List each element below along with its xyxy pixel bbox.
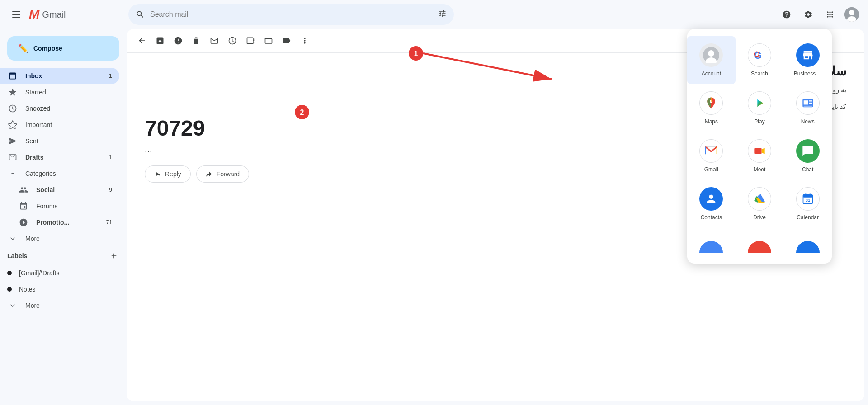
sidebar-item-important[interactable]: Important [0, 117, 119, 133]
promotions-label: Promotio... [36, 219, 106, 226]
app-partial-3[interactable] [783, 234, 832, 260]
account-label: Account [702, 71, 721, 77]
move-button[interactable] [260, 33, 277, 49]
starred-label: Starred [25, 89, 112, 96]
labels-title: Labels [7, 252, 27, 259]
more-icon [7, 234, 18, 243]
apps-grid-button[interactable] [821, 5, 839, 24]
delete-button[interactable] [188, 33, 204, 49]
forward-button[interactable]: Forward [196, 165, 249, 183]
gmail-m-icon: M [29, 7, 39, 22]
important-label: Important [25, 121, 112, 128]
inbox-count: 1 [109, 73, 112, 79]
svg-point-4 [708, 50, 714, 57]
app-partial-1[interactable] [687, 234, 736, 260]
gmail-icon [699, 139, 723, 163]
sidebar-item-social[interactable]: Social 9 [0, 182, 119, 198]
drafts-label: Drafts [25, 154, 109, 161]
promotions-count: 71 [106, 219, 112, 226]
snoozed-label: Snoozed [25, 105, 112, 112]
avatar-button[interactable] [843, 5, 861, 24]
drive-icon [748, 187, 771, 211]
search-app-icon: G [748, 43, 771, 67]
hamburger-menu[interactable] [7, 5, 25, 24]
meet-label: Meet [754, 166, 766, 173]
sidebar: ✏️ Compose Inbox 1 Starred Snoozed [0, 29, 127, 405]
app-item-drive[interactable]: Drive [736, 180, 784, 228]
app-item-account[interactable]: Account [687, 36, 736, 84]
sidebar-item-forums[interactable]: Forums [0, 198, 119, 214]
search-input[interactable] [150, 10, 432, 19]
starred-icon [7, 88, 18, 97]
svg-text:31: 31 [805, 198, 810, 202]
archive-button[interactable] [152, 33, 168, 49]
calendar-label: Calendar [797, 214, 819, 221]
help-button[interactable] [778, 5, 796, 24]
reply-label: Reply [165, 170, 181, 178]
app-item-search[interactable]: G Search [736, 36, 784, 84]
more-options-button[interactable] [297, 33, 313, 49]
app-partial-2[interactable] [736, 234, 784, 260]
chat-label: Chat [802, 166, 813, 173]
svg-rect-16 [803, 196, 812, 197]
svg-rect-9 [803, 100, 807, 104]
sent-icon [7, 137, 18, 146]
back-button[interactable] [134, 33, 150, 49]
app-item-contacts[interactable]: Contacts [687, 180, 736, 228]
compose-icon: ✏️ [18, 43, 28, 53]
svg-point-1 [849, 10, 854, 15]
label-item-notes[interactable]: Notes [0, 281, 119, 297]
label-dot-gmail-drafts [7, 271, 12, 275]
search-filter-icon[interactable] [438, 9, 447, 20]
gmail-logo[interactable]: M Gmail [29, 7, 66, 22]
sidebar-item-categories-toggle[interactable]: Categories [0, 165, 119, 182]
add-label-button[interactable] [108, 250, 119, 261]
news-icon [796, 91, 820, 115]
app-item-maps[interactable]: Maps [687, 84, 736, 132]
business-label: Business ... [794, 71, 822, 77]
sidebar-item-promotions[interactable]: Promotio... 71 [0, 214, 119, 231]
play-label: Play [754, 118, 764, 125]
sidebar-item-more[interactable]: More [0, 231, 119, 247]
report-button[interactable] [170, 33, 186, 49]
app-item-gmail[interactable]: Gmail [687, 132, 736, 180]
news-label: News [801, 118, 815, 125]
reply-button[interactable]: Reply [145, 165, 191, 183]
app-item-calendar[interactable]: 31 Calendar [783, 180, 832, 228]
sidebar-item-starred[interactable]: Starred [0, 84, 119, 100]
label-item-gmail-drafts[interactable]: [Gmail]/\Drafts [0, 265, 119, 281]
snooze-button[interactable] [224, 33, 241, 49]
promotions-icon [18, 218, 29, 227]
sidebar-item-inbox[interactable]: Inbox 1 [0, 68, 119, 84]
sidebar-item-more2[interactable]: More [0, 297, 119, 314]
sidebar-item-snoozed[interactable]: Snoozed [0, 100, 119, 117]
contacts-icon [699, 187, 723, 211]
contacts-label: Contacts [701, 214, 722, 221]
forums-label: Forums [36, 202, 112, 210]
categories-toggle-icon [7, 170, 18, 177]
categories-label: Categories [25, 170, 112, 177]
sidebar-item-sent[interactable]: Sent [0, 133, 119, 149]
app-item-play[interactable]: Play [736, 84, 784, 132]
task-button[interactable] [242, 33, 259, 49]
social-icon [18, 185, 29, 194]
svg-rect-10 [809, 100, 812, 101]
apps-grid: Account G Search Business ... [687, 36, 832, 228]
topbar: M Gmail [0, 0, 868, 29]
popup-more-row [687, 230, 832, 260]
app-item-business[interactable]: Business ... [783, 36, 832, 84]
business-icon [796, 43, 820, 67]
sidebar-item-drafts[interactable]: Drafts 1 [0, 149, 119, 165]
app-item-chat[interactable]: Chat [783, 132, 832, 180]
important-icon [7, 120, 18, 129]
app-item-news[interactable]: News [783, 84, 832, 132]
compose-button[interactable]: ✏️ Compose [7, 36, 119, 61]
settings-button[interactable] [799, 5, 817, 24]
mark-button[interactable] [206, 33, 222, 49]
partial-icon-3 [796, 241, 820, 253]
app-item-meet[interactable]: Meet [736, 132, 784, 180]
label-button[interactable] [278, 33, 295, 49]
svg-rect-11 [809, 103, 812, 104]
search-bar [128, 4, 454, 25]
svg-rect-13 [754, 148, 761, 154]
